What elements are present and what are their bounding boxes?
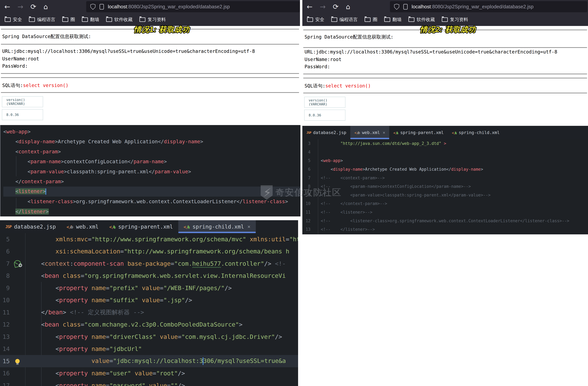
code-text: <bean class="com.mchange.v2.c3p0.ComboPo… [25, 321, 243, 328]
home-icon[interactable]: ⌂ [43, 3, 48, 10]
bookmark-item[interactable]: 圈 [62, 17, 75, 23]
editor-tab-spring-parent.xml[interactable]: </spring-parent.xml [389, 126, 448, 139]
bookmark-item[interactable]: 翻墙 [82, 17, 99, 23]
code-text: <display-name>Archetype Created Web Appl… [318, 167, 483, 172]
code-line[interactable]: </context-param> [3, 177, 300, 187]
bookmark-item[interactable]: 圈 [365, 17, 377, 23]
code-line[interactable]: 12 <bean class="com.mchange.v2.c3p0.Comb… [0, 319, 298, 331]
bookmark-item[interactable]: 编程语言 [331, 17, 358, 23]
divider [303, 93, 587, 93]
caption-case2: 情况2: 获取成功 [420, 24, 476, 34]
code-line[interactable]: 6 <display-name>Archetype Created Web Ap… [302, 165, 588, 174]
url-bar[interactable]: localhost:8080/Jsp2Spring_war_exploded/d… [390, 1, 587, 12]
editor-tab-database2.jsp[interactable]: JSPdatabase2.jsp [302, 126, 350, 139]
line-number: 17 [0, 382, 10, 386]
code-line[interactable]: <param-value>classpath:spring-parent.xml… [3, 167, 300, 177]
intention-bulb-icon[interactable] [15, 359, 20, 363]
code-line[interactable]: 9<!-- <param-value>classpath:spring-pare… [302, 191, 588, 199]
code-line[interactable]: 10<!-- </context-param>--> [302, 199, 588, 208]
url-bar[interactable]: localhost:8080/Jsp2Spring_war_exploded/d… [86, 1, 300, 12]
editor-tab-web.xml[interactable]: </⊕web.xml× [350, 126, 389, 139]
code-line[interactable]: 5 xmlns:mvc="http://www.springframework.… [0, 233, 298, 245]
page-info-icon[interactable] [403, 4, 408, 10]
bookmark-item[interactable]: 翻墙 [384, 17, 401, 23]
bookmark-label: 编程语言 [37, 17, 55, 23]
code-line[interactable]: <listener-class>org.springframework.web.… [3, 197, 300, 207]
code-line[interactable]: 15 value="jdbc:mysql://localhost:3306/my… [0, 355, 298, 367]
code-line[interactable]: 10 <property name="suffix" value=".jsp"/… [0, 294, 298, 306]
close-icon[interactable]: × [383, 130, 385, 135]
close-icon[interactable]: × [248, 224, 251, 230]
shield-icon[interactable] [394, 4, 399, 10]
editor-tab-web.xml[interactable]: </⊕web.xml [61, 220, 104, 233]
bookmark-item[interactable]: 复习资料 [139, 17, 166, 23]
line-number: 15 [0, 358, 10, 365]
bookmark-label: 圈 [373, 17, 377, 23]
code-line[interactable]: 16 <property name="user" value="root"/> [0, 367, 298, 380]
code-line[interactable]: <context-param> [3, 147, 300, 157]
bookmark-item[interactable]: 软件收藏 [408, 17, 435, 23]
editor-tab-spring-child.xml[interactable]: </spring-child.xml [448, 126, 504, 139]
editor-tab-database2.jsp[interactable]: JSPdatabase2.jsp [0, 220, 61, 233]
address-text[interactable]: localhost:8080/Jsp2Spring_war_exploded/d… [412, 4, 534, 10]
page-info-icon[interactable] [99, 4, 105, 10]
code-text: <param-value>classpath:spring-parent.xml… [3, 169, 191, 175]
line-number: 11 [302, 210, 311, 214]
watermark-text: 奇安信攻防社区 [275, 187, 341, 198]
component-scan-gutter-icon[interactable] [13, 259, 22, 268]
code-line[interactable]: </listener> [3, 207, 300, 216]
code-line[interactable]: 4 [302, 148, 588, 156]
code-line[interactable]: 3 "http://java.sun.com/dtd/web-app_2_3.d… [302, 139, 588, 148]
code-line[interactable]: 8<!-- <param-name>contextConfigLocation<… [302, 182, 588, 191]
code-line[interactable]: 11<!-- <listener>--> [302, 208, 588, 216]
code-text: <!-- <context-param>--> [318, 175, 385, 180]
back-icon[interactable]: ← [4, 3, 10, 10]
shield-icon[interactable] [90, 4, 96, 10]
result-value-cell: 8.0.36 [304, 110, 345, 121]
code-line[interactable]: 13 <property name="driverClass" value="c… [0, 331, 298, 343]
code-line[interactable]: 11 </bean> <!-- 定义视图解析器 --> [0, 306, 298, 319]
bookmark-item[interactable]: 安全 [307, 17, 324, 23]
code-line[interactable]: <listener> [3, 187, 300, 197]
editor-webxml-fragment[interactable]: <web-app> <display-name>Archetype Create… [0, 125, 300, 216]
code-line[interactable]: 13<!-- </listener>--> [302, 225, 588, 234]
code-line[interactable]: 12<!-- <listener-class>org.springframewo… [302, 216, 588, 225]
bookmark-label: 软件收藏 [114, 17, 132, 23]
code-line[interactable]: 7 <context:component-scan base-package="… [0, 257, 298, 270]
sql-line: SQL语句:select version() [2, 82, 68, 89]
folder-icon [82, 18, 88, 22]
code-line[interactable]: <param-name>contextConfigLocation</param… [3, 157, 300, 167]
code-text: "http://java.sun.com/dtd/web-app_2_3.dtd… [318, 141, 446, 146]
bookmark-item[interactable]: 复习资料 [442, 17, 468, 23]
watermark-logo-icon: ⚡ [261, 185, 273, 200]
bookmark-item[interactable]: 安全 [5, 17, 22, 23]
folder-icon [139, 18, 146, 22]
code-line[interactable]: 14 <property name="jdbcUrl" [0, 343, 298, 355]
bookmark-item[interactable]: 编程语言 [29, 17, 55, 23]
folder-icon [384, 18, 390, 22]
home-icon[interactable]: ⌂ [346, 3, 350, 10]
forward-icon[interactable]: → [18, 3, 23, 10]
code-line[interactable]: <web-app> [3, 127, 300, 137]
reload-icon[interactable]: ⟳ [30, 3, 36, 10]
editor-tab-spring-parent.xml[interactable]: </spring-parent.xml [104, 220, 178, 233]
divider [1, 44, 299, 45]
code-text: <!-- <listener-class>org.springframework… [318, 218, 569, 223]
code-line[interactable]: 8 <bean class="org.springframework.web.s… [0, 270, 298, 282]
address-text[interactable]: localhost:8080/Jsp2Spring_war_exploded/d… [108, 4, 230, 10]
code-line[interactable]: <display-name>Archetype Created Web Appl… [3, 137, 300, 147]
code-line[interactable]: 5<web-app> [302, 156, 588, 165]
editor-tab-spring-child.xml[interactable]: </spring-child.xml× [178, 220, 256, 233]
code-line[interactable]: 17 <property name="password" value=""/> [0, 379, 298, 386]
code-line[interactable]: 9 <property name="prefix" value="/WEB-IN… [0, 282, 298, 294]
bookmark-item[interactable]: 软件收藏 [106, 17, 132, 23]
editor-webxml[interactable]: JSPdatabase2.jsp</⊕web.xml×</spring-pare… [302, 126, 588, 234]
editor-spring-child[interactable]: JSPdatabase2.jsp</⊕web.xml</spring-paren… [0, 220, 298, 386]
back-icon[interactable]: ← [307, 3, 313, 10]
code-line[interactable]: 6 xsi:schemaLocation="http://www.springf… [0, 245, 298, 258]
reload-icon[interactable]: ⟳ [333, 3, 339, 10]
forward-icon[interactable]: → [320, 3, 326, 10]
code-text: <!-- </context-param>--> [318, 201, 387, 206]
sql-statement: select version() [23, 83, 68, 88]
code-line[interactable]: 7<!-- <context-param>--> [302, 173, 588, 182]
